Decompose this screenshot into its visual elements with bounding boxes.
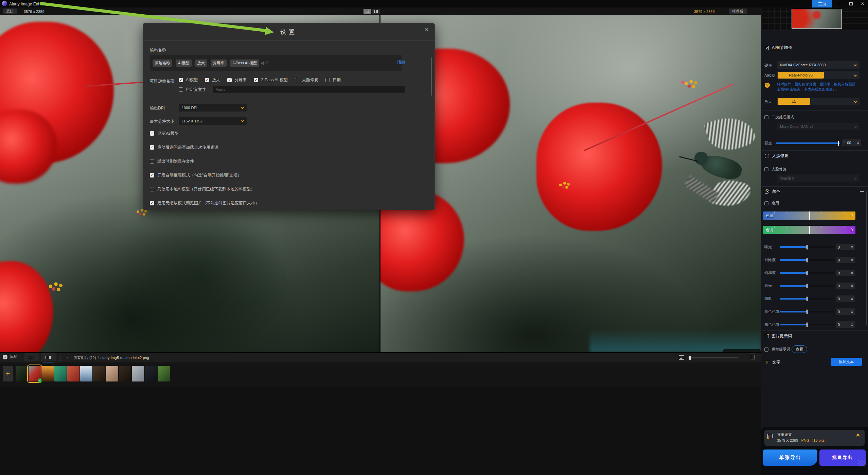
settings-checkbox[interactable]: ✓ [150,131,154,136]
thumbnail[interactable] [67,366,79,381]
tab-processed[interactable]: 推理后 [729,9,747,14]
temperature-slider[interactable]: 色温 0 [763,211,855,220]
tint-slider[interactable]: 色调 0 [763,226,855,234]
name-tag[interactable]: AI模型 [176,60,191,67]
output-name-field[interactable]: 原始名称_AI模型_放大_分辨率_2-Pass AI 模型.格式 [150,55,402,71]
name-tag[interactable]: 2-Pass AI 模型 [230,60,259,67]
tab-original[interactable]: 原始 [3,9,17,14]
grid-view-button[interactable] [24,353,39,361]
face-restore-option[interactable]: 人脸修复 [764,167,786,172]
color-slider[interactable] [780,285,834,287]
minimize-button[interactable]: – [833,0,845,7]
name-tag[interactable]: 原始名称 [153,60,172,67]
slider-value-box[interactable]: 0 [836,283,855,289]
slider-value-box[interactable]: 0 [836,244,855,250]
settings-checkbox[interactable]: ✓ [150,201,154,205]
addable-option[interactable]: ✓AI模型 [179,77,198,83]
thumbnail[interactable] [93,366,105,381]
addable-option[interactable]: ✓分辨率 [227,77,247,83]
thumbnail[interactable] [106,366,118,381]
color-enable-checkbox[interactable] [764,201,768,205]
color-slider[interactable] [780,311,834,312]
keep-prompt-checkbox[interactable] [764,347,768,352]
processed-image-view[interactable] [380,15,761,352]
filmstrip-view-button[interactable] [41,353,56,361]
addable-checkbox[interactable] [325,78,330,82]
name-tag[interactable]: 放大 [195,60,207,67]
settings-checkbox[interactable]: ✓ [150,145,154,150]
slider-value-box[interactable]: 0 [836,295,855,302]
addable-checkbox[interactable] [295,78,299,82]
slider-value-box[interactable]: 0 [836,321,855,328]
help-icon[interactable]: ? [765,83,770,88]
addable-option[interactable]: ✓2-Pass AI 模型 [254,77,288,83]
addable-option[interactable]: ✓放大 [205,77,220,83]
dialog-scrollbar[interactable] [431,57,432,96]
maximize-button[interactable] [845,0,857,7]
export-settings-box[interactable]: 导出设置 3579 X 2389 PNG [16 bits] [764,430,865,446]
slider-handle[interactable] [809,226,810,234]
export-single-button[interactable]: 单张导出 [763,449,817,466]
slider-value-box[interactable]: 0 [836,270,855,276]
strength-slider[interactable] [776,142,840,144]
color-slider[interactable] [780,246,834,248]
back-arrow-icon[interactable]: ← [66,355,70,360]
single-view-toggle[interactable] [364,9,371,14]
strength-value-box[interactable]: 1.00 [842,139,861,146]
split-view-toggle[interactable] [372,9,380,14]
thumbnail[interactable] [145,366,157,381]
thumbnail[interactable] [54,366,67,381]
stepper-icons[interactable] [857,141,859,145]
addable-option[interactable]: 人脸修复 [295,77,318,83]
navigator-minimap[interactable] [792,9,842,29]
second-pass-option[interactable]: 二次处理模式 [764,115,794,120]
settings-option[interactable]: ✓显示V2模型 [150,131,259,136]
hardware-dropdown[interactable]: NVIDIA GeForce RTX 3060 [777,61,860,69]
panel-scrollbar[interactable] [866,191,867,325]
custom-text-input[interactable] [213,86,405,93]
face-restore-checkbox[interactable] [764,167,768,171]
thumbnail[interactable] [119,366,131,381]
keep-prompt-option[interactable]: 保留提示词 [764,347,790,352]
clear-button[interactable]: 清除 [397,60,405,65]
custom-text-checkbox[interactable] [179,87,183,92]
add-text-button[interactable]: 添加文本 [831,358,862,366]
settings-checkbox[interactable] [150,187,154,191]
settings-checkbox[interactable] [150,159,154,164]
addable-checkbox[interactable]: ✓ [205,78,209,82]
color-slider[interactable] [780,259,834,261]
settings-option[interactable]: 只使用本地AI模型（只使用已经下载到本地的AI模型） [150,186,259,192]
slider-handle[interactable] [809,211,810,220]
slider-value-box[interactable]: 0 [836,257,855,263]
settings-checkbox[interactable]: ✓ [150,173,154,177]
thumbnail[interactable] [41,366,54,381]
color-slider[interactable] [780,298,834,300]
thumbnail[interactable] [158,366,170,381]
delete-icon[interactable] [751,355,755,359]
settings-option[interactable]: ✓启动后询问是否加载上次使用资源 [150,145,259,150]
collapse-chevrons-icon[interactable] [857,434,859,436]
home-button[interactable]: 主页 [812,0,832,7]
thumbnail[interactable] [16,366,28,381]
dpi-dropdown[interactable]: 1000 DPI [179,104,247,112]
dialog-close-icon[interactable]: ✕ [424,27,430,33]
thumbnail[interactable]: ✓ [29,366,41,381]
settings-option[interactable]: ✓开启自动推理模式（勾选“自动开始推理”选项） [150,172,259,178]
thumbnail-size-handle[interactable] [689,356,691,360]
name-tag[interactable]: 分辨率 [211,60,227,67]
settings-option[interactable]: ✓启用无缩放模式预览图片（不勾选时图片适应窗口大小） [150,200,259,206]
color-slider[interactable] [780,324,834,325]
ai-model-selected-pill[interactable]: Real-Photo v3 [778,72,824,79]
breadcrumb-all-images[interactable]: 所有图片 (12) [73,356,96,360]
tile-size-dropdown[interactable]: 1152 X 1152 [179,117,247,125]
slider-value-box[interactable]: 0 [836,308,855,315]
slider-handle[interactable] [838,141,839,146]
thumbnail[interactable] [80,366,92,381]
thumbnail-size-slider[interactable] [688,357,739,358]
color-slider[interactable] [780,272,834,274]
addable-checkbox[interactable]: ✓ [254,78,258,82]
second-pass-checkbox[interactable] [764,115,768,119]
addable-checkbox[interactable]: ✓ [227,78,232,82]
close-window-button[interactable]: ✕ [857,0,868,7]
addable-checkbox[interactable]: ✓ [179,78,183,82]
